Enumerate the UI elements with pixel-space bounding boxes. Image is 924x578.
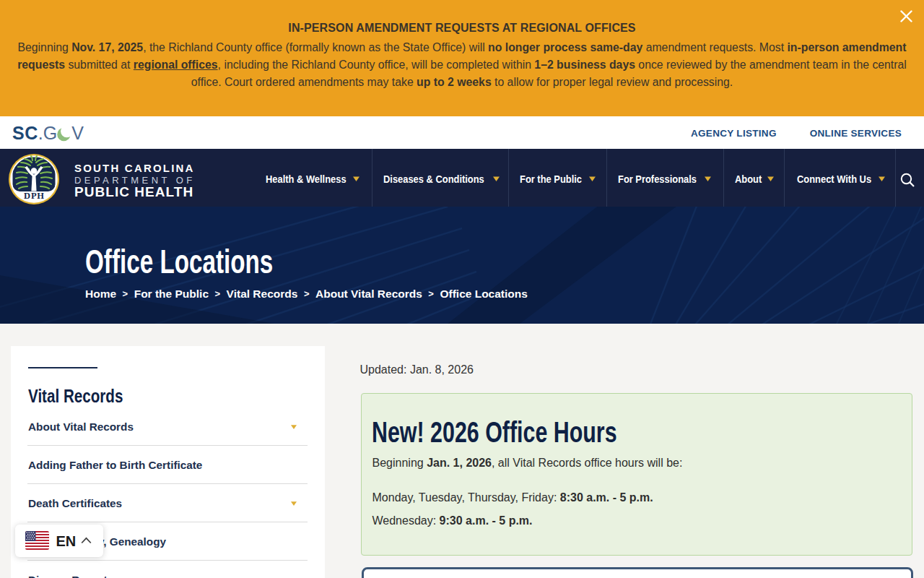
- svg-text:DPH: DPH: [24, 191, 45, 201]
